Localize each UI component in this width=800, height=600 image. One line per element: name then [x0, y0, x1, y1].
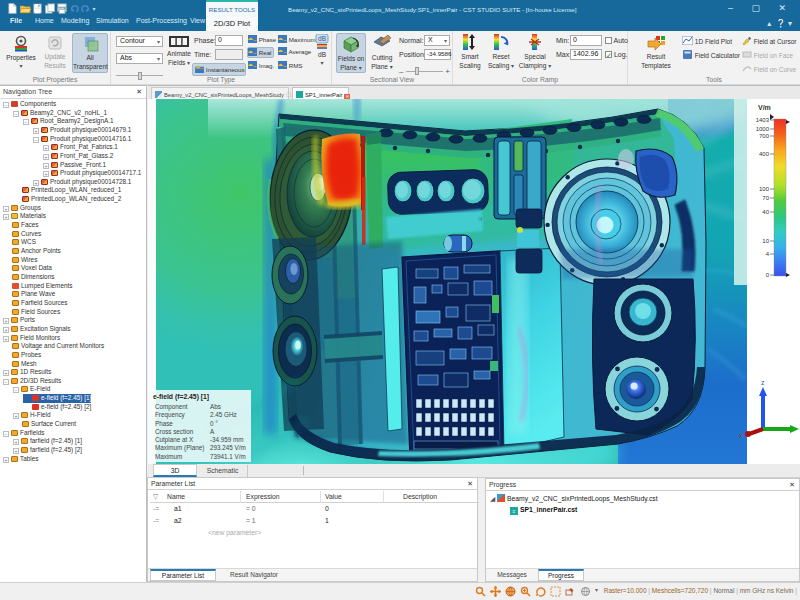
svg-text:z: z: [761, 379, 765, 386]
svg-text:V/m: V/m: [758, 104, 771, 111]
svg-text:70: 70: [762, 195, 769, 201]
svg-text:1000: 1000: [756, 126, 770, 132]
svg-text:40: 40: [762, 209, 769, 215]
svg-text:400: 400: [759, 151, 770, 157]
svg-text:x: x: [739, 432, 743, 439]
svg-text:1403: 1403: [756, 117, 770, 123]
svg-text:dB: dB: [318, 35, 326, 42]
svg-text:10: 10: [762, 238, 769, 244]
svg-text:700: 700: [759, 133, 770, 139]
svg-text:100: 100: [759, 186, 770, 192]
